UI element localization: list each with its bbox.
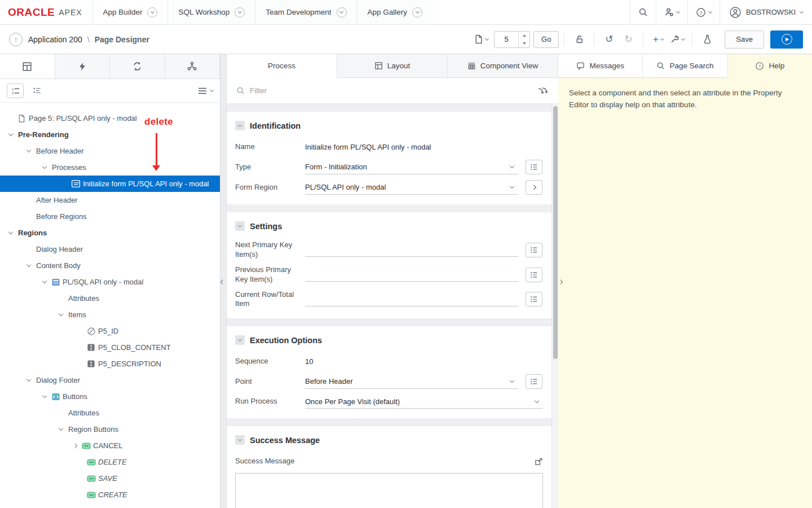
run-process-select[interactable]: Once Per Page Visit (default) xyxy=(305,395,543,409)
chevron-down-circle-icon[interactable] xyxy=(337,7,347,17)
chevron-down-icon[interactable] xyxy=(42,279,47,283)
form-region-select[interactable]: PL/SQL API only - modal xyxy=(305,181,518,195)
collapse-section-icon[interactable] xyxy=(235,335,245,345)
sequence-input[interactable] xyxy=(305,357,518,366)
chevron-down-circle-icon[interactable] xyxy=(412,7,422,17)
shared-components-button[interactable] xyxy=(698,30,717,49)
tree-item-dialog-footer[interactable]: Dialog Footer xyxy=(0,372,220,388)
tree-item-before-header[interactable]: Before Header xyxy=(0,143,220,159)
page-down-button[interactable] xyxy=(519,40,529,47)
go-to-region-button[interactable] xyxy=(526,180,542,195)
up-to-application-icon[interactable]: ↑ xyxy=(9,33,23,46)
quick-pick-button[interactable] xyxy=(526,160,542,174)
chevron-down-icon[interactable] xyxy=(59,426,63,431)
tree-item-p5-description[interactable]: P5_DESCRIPTION xyxy=(0,356,220,372)
chevron-down-icon[interactable] xyxy=(42,164,47,169)
success-message-textarea[interactable] xyxy=(235,473,543,508)
tree-item-buttons[interactable]: Buttons xyxy=(0,388,220,405)
name-input[interactable] xyxy=(305,143,518,151)
open-in-dialog-icon[interactable] xyxy=(535,457,543,466)
utilities-menu-button[interactable] xyxy=(668,30,687,49)
tree-item-regions[interactable]: Regions xyxy=(0,225,220,241)
tree-item-delete-button[interactable]: DELETE xyxy=(0,454,220,470)
admin-menu-button[interactable] xyxy=(656,0,687,24)
chevron-down-icon[interactable] xyxy=(27,148,31,152)
center-scrollbar[interactable] xyxy=(551,104,558,508)
tree-item-after-header[interactable]: After Header xyxy=(0,192,220,208)
nav-tab-app-builder[interactable]: App Builder xyxy=(92,0,168,24)
tab-component-view[interactable]: Component View xyxy=(448,54,558,78)
page-up-button[interactable] xyxy=(519,32,529,40)
tab-process[interactable]: Process xyxy=(227,54,337,78)
tab-help[interactable]: ? Help xyxy=(728,54,812,78)
tree-item-pre-rendering[interactable]: Pre-Rendering xyxy=(0,126,220,143)
nav-tab-sql-workshop[interactable]: SQL Workshop xyxy=(167,0,255,24)
tab-dynamic-actions[interactable] xyxy=(55,54,111,78)
tree-item-before-regions[interactable]: Before Regions xyxy=(0,208,220,225)
redo-button[interactable]: ↻ xyxy=(619,30,638,49)
global-search-button[interactable] xyxy=(630,0,656,24)
account-menu-button[interactable]: BOSTROWSKI xyxy=(720,0,812,24)
prev-pk-input[interactable] xyxy=(305,270,518,279)
left-splitter[interactable] xyxy=(220,54,227,508)
page-select-button[interactable] xyxy=(471,30,491,49)
tree-item-p5-clob-content[interactable]: P5_CLOB_CONTENT xyxy=(0,339,220,356)
tree-item-initialize-form-process[interactable]: Initialize form PL/SQL API only - modal xyxy=(0,176,220,192)
type-select[interactable]: Form - Initialization xyxy=(305,160,518,174)
tab-page-search[interactable]: Page Search xyxy=(643,54,727,78)
tree-item-dialog-header[interactable]: Dialog Header xyxy=(0,241,220,257)
chevron-down-icon[interactable] xyxy=(59,312,63,316)
current-row-input[interactable] xyxy=(305,295,518,303)
tree-item-create-button[interactable]: CREATE xyxy=(0,487,220,503)
chevron-down-icon[interactable] xyxy=(27,262,31,267)
nav-tab-team-development[interactable]: Team Development xyxy=(255,0,356,24)
chevron-down-icon[interactable] xyxy=(42,393,47,398)
tab-rendering[interactable] xyxy=(0,54,55,78)
create-menu-button[interactable]: + xyxy=(648,30,668,49)
tree-item-buttons-attributes[interactable]: Attributes xyxy=(0,405,220,421)
chevron-down-icon[interactable] xyxy=(8,132,13,136)
point-select[interactable]: Before Header xyxy=(305,375,518,389)
tree-item-plsql-region[interactable]: PL/SQL API only - modal xyxy=(0,274,220,290)
tab-messages[interactable]: Messages xyxy=(558,54,643,78)
tab-processing[interactable] xyxy=(110,54,165,78)
chevron-down-circle-icon[interactable] xyxy=(235,7,245,17)
tree-item-content-body[interactable]: Content Body xyxy=(0,257,220,274)
tree-item-region-buttons[interactable]: Region Buttons xyxy=(0,421,220,437)
tree-sort-button[interactable] xyxy=(28,84,45,98)
chevron-right-icon[interactable] xyxy=(73,443,77,448)
filter-input[interactable] xyxy=(250,86,532,95)
collapse-left-icon[interactable] xyxy=(221,277,224,286)
collapse-section-icon[interactable] xyxy=(235,121,245,130)
chevron-down-icon[interactable] xyxy=(8,230,13,234)
undo-button[interactable]: ↺ xyxy=(599,30,619,49)
tree-item-p5-id[interactable]: P5_ID xyxy=(0,323,220,339)
tree-item-processes[interactable]: Processes xyxy=(0,159,220,176)
page-number-value[interactable]: 5 xyxy=(495,32,518,47)
save-button[interactable]: Save xyxy=(725,30,764,49)
run-page-button[interactable]: ▶ xyxy=(770,30,803,49)
collapse-section-icon[interactable] xyxy=(235,435,245,445)
collapse-right-icon[interactable] xyxy=(559,277,562,286)
tree-item-save-button[interactable]: SAVE xyxy=(0,470,220,487)
quick-pick-button[interactable] xyxy=(526,292,542,306)
tree-order-button[interactable]: 12 xyxy=(7,84,24,98)
tree-item-post-rendering[interactable]: Post-Rendering xyxy=(0,503,220,508)
collapse-section-icon[interactable] xyxy=(235,221,245,231)
chevron-down-icon[interactable] xyxy=(27,377,31,382)
next-pk-input[interactable] xyxy=(305,246,518,254)
expand-collapse-icon[interactable] xyxy=(537,86,549,95)
chevron-down-circle-icon[interactable] xyxy=(147,7,157,17)
breadcrumb-application[interactable]: Application 200 xyxy=(28,35,82,44)
tree-item-items[interactable]: Items xyxy=(0,306,220,323)
tree-item-cancel-button[interactable]: CANCEL xyxy=(0,437,220,454)
tree-item-attributes[interactable]: Attributes xyxy=(0,290,220,306)
tree-menu-button[interactable] xyxy=(198,87,213,95)
tab-layout[interactable]: Layout xyxy=(337,54,448,78)
quick-pick-button[interactable] xyxy=(526,374,542,389)
nav-tab-app-gallery[interactable]: App Gallery xyxy=(357,0,433,24)
quick-pick-button[interactable] xyxy=(526,268,542,282)
tree-item-page[interactable]: Page 5: PL/SQL API only - modal xyxy=(0,110,220,126)
quick-pick-button[interactable] xyxy=(526,243,542,257)
tab-shared-components[interactable] xyxy=(165,54,220,78)
